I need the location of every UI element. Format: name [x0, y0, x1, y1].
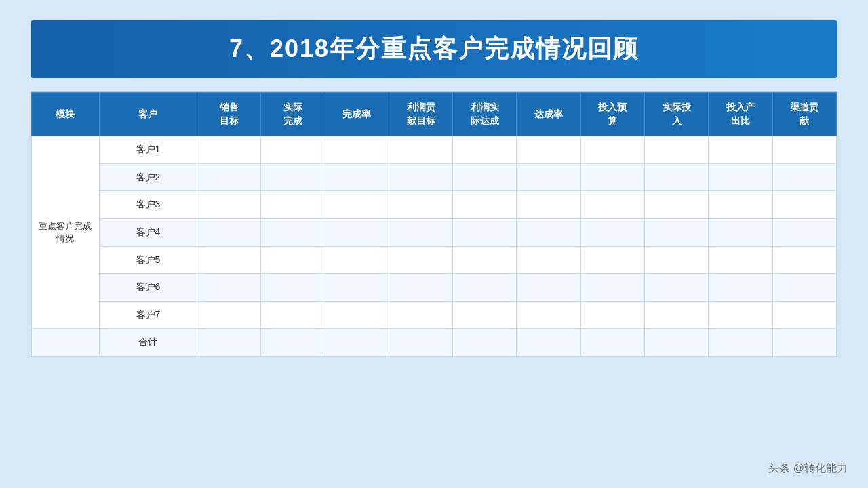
data-cell	[197, 301, 261, 329]
data-cell	[772, 246, 836, 274]
data-cell	[709, 218, 772, 246]
data-cell	[645, 191, 709, 219]
header-profit-target: 利润贡献目标	[389, 93, 452, 136]
data-cell	[580, 246, 644, 274]
module-cell: 重点客户完成情况	[32, 136, 100, 329]
data-cell	[453, 136, 517, 164]
data-cell	[709, 246, 772, 274]
data-cell	[197, 136, 261, 164]
data-cell	[709, 136, 772, 164]
data-cell	[389, 301, 452, 329]
data-cell	[453, 274, 517, 302]
data-cell	[709, 163, 772, 191]
total-data-cell	[453, 329, 517, 357]
data-cell	[261, 274, 325, 302]
table-body: 重点客户完成情况客户1客户2客户3客户4客户5客户6客户7合计	[32, 136, 837, 357]
data-table: 模块 客户 销售目标 实际完成 完成率 利润贡献目标 利润实际达成 达成率 投入…	[31, 92, 837, 357]
data-cell	[517, 274, 580, 302]
data-cell	[261, 246, 325, 274]
customer-cell: 客户6	[99, 274, 197, 302]
header-profit-rate: 达成率	[517, 93, 580, 136]
header-completion-rate: 完成率	[325, 93, 389, 136]
header-profit-actual: 利润实际达成	[453, 93, 517, 136]
total-data-cell	[645, 329, 709, 357]
data-cell	[389, 274, 452, 302]
table-row: 重点客户完成情况客户1	[32, 136, 837, 164]
data-cell	[261, 218, 325, 246]
data-cell	[645, 301, 709, 329]
data-cell	[517, 246, 580, 274]
data-cell	[389, 191, 452, 219]
table-row: 客户3	[32, 191, 837, 219]
table-row: 客户7	[32, 301, 837, 329]
data-cell	[453, 191, 517, 219]
table-row: 客户5	[32, 246, 837, 274]
data-cell	[261, 191, 325, 219]
data-cell	[709, 274, 772, 302]
table-header-row: 模块 客户 销售目标 实际完成 完成率 利润贡献目标 利润实际达成 达成率 投入…	[32, 93, 837, 136]
customer-cell: 客户5	[99, 246, 197, 274]
data-cell	[261, 163, 325, 191]
title-bar: 7、2018年分重点客户完成情况回顾	[31, 20, 837, 78]
data-cell	[517, 136, 580, 164]
data-cell	[197, 218, 261, 246]
data-cell	[580, 274, 644, 302]
data-cell	[325, 218, 389, 246]
table-row: 客户4	[32, 218, 837, 246]
data-cell	[453, 218, 517, 246]
total-row: 合计	[32, 329, 837, 357]
watermark: 头条 @转化能力	[768, 462, 848, 476]
table-row: 客户6	[32, 274, 837, 302]
data-cell	[580, 301, 644, 329]
total-data-cell	[580, 329, 644, 357]
data-cell	[325, 191, 389, 219]
customer-cell: 客户7	[99, 301, 197, 329]
header-actual-invest: 实际投入	[645, 93, 709, 136]
total-data-cell	[709, 329, 772, 357]
data-cell	[197, 163, 261, 191]
total-label-cell: 合计	[99, 329, 197, 357]
data-cell	[709, 191, 772, 219]
total-data-cell	[261, 329, 325, 357]
data-cell	[772, 301, 836, 329]
data-cell	[261, 301, 325, 329]
total-data-cell	[325, 329, 389, 357]
total-module-cell	[32, 329, 100, 357]
data-cell	[325, 301, 389, 329]
data-cell	[645, 218, 709, 246]
data-cell	[325, 136, 389, 164]
header-customer: 客户	[99, 93, 197, 136]
data-cell	[772, 218, 836, 246]
data-cell	[453, 163, 517, 191]
data-cell	[517, 218, 580, 246]
total-data-cell	[197, 329, 261, 357]
data-cell	[453, 301, 517, 329]
data-cell	[517, 301, 580, 329]
total-data-cell	[517, 329, 580, 357]
data-cell	[645, 274, 709, 302]
data-cell	[325, 274, 389, 302]
header-channel: 渠道贡献	[772, 93, 836, 136]
data-cell	[772, 191, 836, 219]
data-cell	[197, 246, 261, 274]
customer-cell: 客户2	[99, 163, 197, 191]
data-cell	[580, 163, 644, 191]
data-cell	[389, 163, 452, 191]
customer-cell: 客户3	[99, 191, 197, 219]
data-cell	[772, 274, 836, 302]
header-budget: 投入预算	[580, 93, 644, 136]
data-cell	[453, 246, 517, 274]
data-cell	[645, 246, 709, 274]
data-cell	[772, 163, 836, 191]
data-cell	[645, 136, 709, 164]
data-cell	[517, 191, 580, 219]
data-cell	[389, 246, 452, 274]
data-cell	[261, 136, 325, 164]
data-cell	[580, 218, 644, 246]
header-module: 模块	[32, 93, 100, 136]
data-cell	[709, 301, 772, 329]
customer-cell: 客户1	[99, 136, 197, 164]
total-data-cell	[772, 329, 836, 357]
header-sales-target: 销售目标	[197, 93, 261, 136]
data-cell	[580, 191, 644, 219]
